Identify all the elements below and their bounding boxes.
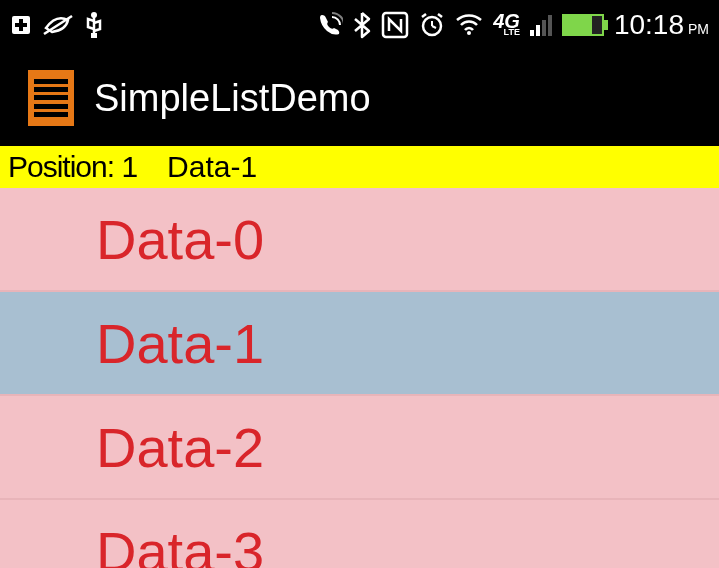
svg-rect-2: [15, 23, 27, 27]
nfc-icon: [381, 11, 409, 39]
list-item-label: Data-0: [96, 207, 264, 272]
list-item-label: Data-1: [96, 311, 264, 376]
svg-rect-6: [91, 33, 97, 38]
app-icon[interactable]: [28, 70, 74, 126]
battery-icon: [562, 14, 604, 36]
clock-ampm: PM: [688, 21, 709, 37]
status-icons-right: 4G LTE 10:18 PM: [317, 9, 709, 41]
clock-time: 10:18: [614, 9, 684, 41]
wifi-icon: [455, 14, 483, 36]
svg-line-11: [422, 14, 426, 17]
network-type-icon: 4G LTE: [493, 13, 520, 36]
alarm-icon: [419, 12, 445, 38]
list-item-label: Data-3: [96, 519, 264, 569]
plus-icon: [10, 14, 32, 36]
app-title: SimpleListDemo: [94, 77, 371, 120]
list-view[interactable]: Data-0 Data-1 Data-2 Data-3: [0, 188, 719, 568]
list-item-label: Data-2: [96, 415, 264, 480]
status-icons-left: [10, 11, 104, 39]
list-item[interactable]: Data-3: [0, 500, 719, 568]
bluetooth-icon: [353, 11, 371, 39]
position-label: Position: 1: [8, 150, 137, 184]
selection-info-bar: Position: 1 Data-1: [0, 146, 719, 188]
signal-icon: [530, 14, 552, 36]
phone-icon: [317, 12, 343, 38]
status-bar: 4G LTE 10:18 PM: [0, 0, 719, 50]
svg-point-13: [467, 31, 471, 35]
list-item[interactable]: Data-2: [0, 396, 719, 500]
selected-data-label: Data-1: [167, 150, 257, 184]
app-bar: SimpleListDemo: [0, 50, 719, 146]
svg-line-10: [432, 26, 436, 28]
svg-line-12: [438, 14, 442, 17]
usb-icon: [84, 11, 104, 39]
clock: 10:18 PM: [614, 9, 709, 41]
list-item[interactable]: Data-0: [0, 188, 719, 292]
list-item[interactable]: Data-1: [0, 292, 719, 396]
leaf-icon: [42, 14, 74, 36]
